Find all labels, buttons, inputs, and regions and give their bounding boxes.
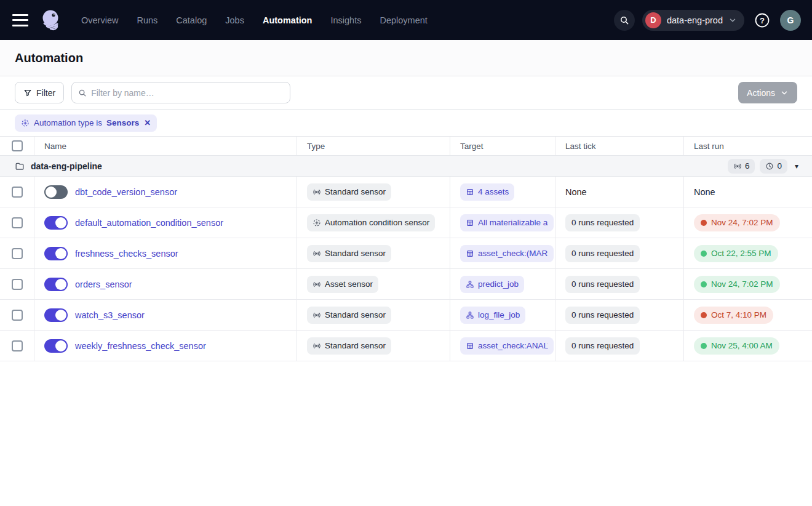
sensor-toggle[interactable] (44, 308, 68, 322)
success-dot-icon (701, 251, 707, 257)
last-run-status[interactable]: Nov 25, 4:00 AM (694, 337, 779, 355)
filter-chip-automation-type[interactable]: Automation type is Sensors ✕ (15, 114, 157, 132)
target-link[interactable]: asset_check:ANALY (460, 337, 554, 355)
collapse-group-icon[interactable]: ▾ (792, 162, 801, 171)
deployment-avatar: D (645, 12, 661, 28)
sensor-toggle[interactable] (44, 216, 68, 230)
job-icon (466, 280, 474, 289)
remove-filter-icon[interactable]: ✕ (144, 118, 151, 127)
target-link[interactable]: 4 assets (460, 183, 514, 201)
row-checkbox[interactable] (12, 248, 23, 259)
sensor-type-label: Standard sensor (325, 310, 386, 319)
failure-dot-icon (701, 220, 707, 226)
sensor-icon (312, 249, 321, 258)
chevron-down-icon (728, 16, 737, 25)
code-location-name: data-eng-pipeline (31, 161, 102, 171)
nav-catalog[interactable]: Catalog (176, 15, 207, 25)
sensor-type-label: Standard sensor (325, 249, 386, 258)
actions-button-label: Actions (747, 88, 775, 98)
last-tick-badge: 0 runs requested (565, 307, 640, 324)
sensor-type-label: Standard sensor (325, 341, 386, 350)
filter-chip-prefix: Automation type is (34, 118, 102, 127)
svg-text:?: ? (760, 15, 765, 25)
asset-icon (466, 188, 474, 196)
sensor-icon (312, 280, 321, 289)
name-filter-input[interactable] (91, 88, 284, 98)
nav-overview[interactable]: Overview (81, 15, 118, 25)
code-location-group-row[interactable]: data-eng-pipeline 6 0 ▾ (0, 156, 812, 177)
help-icon: ? (754, 12, 770, 28)
sensor-name-link[interactable]: weekly_freshness_check_sensor (75, 341, 206, 351)
sensor-toggle[interactable] (44, 185, 68, 199)
schedule-count-badge: 0 (760, 159, 787, 174)
table-row: orders_sensor Asset sensor predict_job 0… (0, 269, 812, 300)
nav-automation[interactable]: Automation (263, 15, 312, 25)
search-icon (78, 89, 87, 97)
table-row: weekly_freshness_check_sensor Standard s… (0, 331, 812, 361)
last-run-status[interactable]: Nov 24, 7:02 PM (694, 276, 780, 293)
target-link[interactable]: predict_job (460, 276, 524, 293)
row-checkbox[interactable] (12, 310, 23, 321)
last-run-status[interactable]: Nov 24, 7:02 PM (694, 214, 780, 231)
filter-button-label: Filter (36, 88, 55, 98)
row-checkbox[interactable] (12, 279, 23, 290)
target-link[interactable]: log_file_job (460, 307, 525, 324)
sensor-name-link[interactable]: watch_s3_sensor (75, 310, 145, 320)
sensor-icon (312, 342, 321, 350)
sensor-name-link[interactable]: default_automation_condition_sensor (75, 218, 223, 228)
nav-runs[interactable]: Runs (137, 15, 157, 25)
sensor-name-link[interactable]: dbt_code_version_sensor (75, 187, 177, 197)
last-tick-badge: 0 runs requested (565, 276, 640, 293)
table-header: Name Type Target Last tick Last run (0, 137, 812, 156)
nav-insights[interactable]: Insights (330, 15, 361, 25)
toolbar: Filter Actions (0, 76, 812, 110)
sensor-count-badge: 6 (728, 159, 755, 174)
folder-icon (15, 161, 25, 171)
column-header-target: Target (450, 137, 555, 155)
search-button[interactable] (614, 10, 635, 31)
select-all-checkbox[interactable] (12, 140, 23, 151)
automation-condition-icon (312, 219, 321, 227)
row-checkbox[interactable] (12, 187, 23, 198)
last-tick-badge: 0 runs requested (565, 337, 640, 355)
row-checkbox[interactable] (12, 217, 23, 228)
job-icon (466, 311, 474, 319)
menu-icon[interactable] (12, 14, 28, 26)
deployment-name: data-eng-prod (667, 15, 723, 25)
filter-button[interactable]: Filter (15, 82, 64, 103)
success-dot-icon (701, 281, 707, 287)
sensor-icon (312, 311, 321, 319)
table-row: watch_s3_sensor Standard sensor log_file… (0, 300, 812, 331)
sensor-type-label: Standard sensor (325, 187, 386, 196)
last-tick-value: None (565, 187, 587, 197)
actions-button[interactable]: Actions (738, 82, 797, 103)
user-avatar[interactable]: G (780, 10, 801, 31)
funnel-icon (23, 89, 32, 97)
target-link[interactable]: All materializable as (460, 214, 554, 231)
failure-dot-icon (701, 312, 707, 318)
sensor-toggle[interactable] (44, 339, 68, 353)
last-run-value: None (694, 187, 715, 197)
help-button[interactable]: ? (752, 10, 773, 31)
target-link[interactable]: asset_check:(MARK (460, 245, 554, 262)
sensor-toggle[interactable] (44, 278, 68, 291)
automation-condition-icon (21, 119, 30, 127)
table-row: default_automation_condition_sensor Auto… (0, 207, 812, 238)
sensor-type-label: Asset sensor (325, 279, 373, 289)
deployment-switcher[interactable]: D data-eng-prod (642, 10, 744, 31)
main-nav: Overview Runs Catalog Jobs Automation In… (81, 15, 428, 25)
nav-deployment[interactable]: Deployment (380, 15, 427, 25)
column-header-last-tick: Last tick (555, 137, 684, 155)
last-run-status[interactable]: Oct 7, 4:10 PM (694, 307, 773, 324)
row-checkbox[interactable] (12, 340, 23, 351)
sensor-type-label: Automation condition sensor (325, 218, 429, 227)
dagster-logo-icon[interactable] (38, 7, 65, 34)
sensor-name-link[interactable]: freshness_checks_sensor (75, 249, 178, 259)
table-row: freshness_checks_sensor Standard sensor … (0, 238, 812, 269)
sensor-name-link[interactable]: orders_sensor (75, 279, 132, 289)
nav-jobs[interactable]: Jobs (225, 15, 244, 25)
last-run-status[interactable]: Oct 22, 2:55 PM (694, 245, 778, 262)
sensor-toggle[interactable] (44, 247, 68, 260)
top-nav: Overview Runs Catalog Jobs Automation In… (0, 0, 812, 40)
page-title: Automation (15, 51, 83, 65)
